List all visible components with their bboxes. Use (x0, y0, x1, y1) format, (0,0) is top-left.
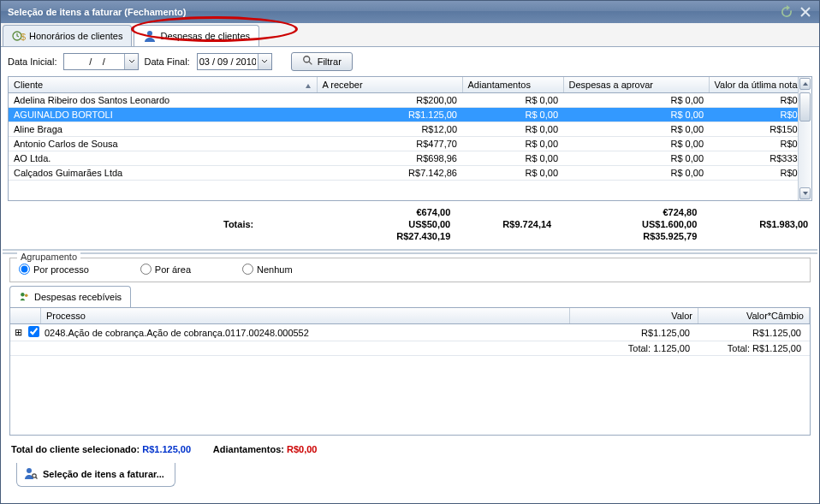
cell-adiantamentos: R$ 0,00 (462, 137, 563, 151)
cell-adiantamentos: R$ 0,00 (462, 122, 563, 137)
cell-despesas: R$ 0,00 (563, 137, 709, 151)
cell-a-receber: R$200,00 (317, 93, 462, 108)
cell-valor: R$333,00 (709, 151, 798, 166)
data-final-label: Data Final: (144, 56, 189, 67)
cell-adiantamentos: R$ 0,00 (462, 93, 563, 108)
scroll-down-icon[interactable] (799, 187, 811, 199)
chevron-down-icon[interactable] (124, 54, 138, 69)
cell-valor: R$0,00 (709, 93, 798, 108)
cell-a-receber: R$698,96 (317, 151, 462, 166)
sub-tabs: Despesas recebíveis (1, 286, 819, 307)
chevron-down-icon[interactable] (258, 54, 271, 69)
cell-valor: R$0,00 (709, 166, 798, 181)
subgrid-row[interactable]: ⊞ 0248.Ação de cobrança.Ação de cobrança… (10, 324, 810, 341)
col-valor-ultima-nota[interactable]: Valor da útlima nota (709, 77, 798, 93)
cell-a-receber: R$12,00 (317, 122, 462, 137)
svg-text:$: $ (21, 32, 26, 42)
cell-despesas: R$ 0,00 (563, 108, 709, 122)
subgrid-total-valor: Total: 1.125,00 (570, 343, 698, 353)
cell-cliente: AGUINALDO BORTOLI (9, 108, 317, 122)
cell-despesas: R$ 0,00 (563, 151, 709, 166)
total-cliente-value: R$1.125,00 (142, 444, 191, 454)
col-despesas-aprovar[interactable]: Despesas a aprovar (563, 77, 709, 93)
table-row[interactable]: AGUINALDO BORTOLI R$1.125,00 R$ 0,00 R$ … (9, 108, 798, 122)
close-icon[interactable] (799, 5, 812, 19)
cell-adiantamentos: R$ 0,00 (462, 108, 563, 122)
person-search-icon (24, 466, 38, 482)
col-a-receber[interactable]: A receber (317, 77, 462, 93)
agrupamento-legend: Agrupamento (17, 252, 80, 262)
subgrid-valor: R$1.125,00 (570, 328, 698, 338)
subgrid-total-cambio: Total: R$1.125,00 (698, 343, 810, 353)
cell-cliente: AO Ltda. (9, 151, 317, 166)
subcol-processo[interactable]: Processo (41, 308, 570, 323)
table-row[interactable]: Aline Braga R$12,00 R$ 0,00 R$ 0,00 R$15… (9, 122, 798, 137)
scroll-up-icon[interactable] (799, 78, 811, 90)
splitter[interactable] (3, 249, 817, 254)
subcol-valor-cambio[interactable]: Valor*Câmbio (698, 308, 810, 323)
scroll-thumb[interactable] (799, 92, 811, 122)
totals-rec-eur: €674,00 (305, 206, 450, 218)
col-cliente[interactable]: Cliente (9, 77, 317, 93)
radio-por-area[interactable]: Por área (140, 264, 191, 275)
cell-despesas: R$ 0,00 (563, 166, 709, 181)
cell-a-receber: R$477,70 (317, 137, 462, 151)
totals-valor: R$1.983,00 (697, 218, 808, 230)
cell-despesas: R$ 0,00 (563, 93, 709, 108)
data-inicial-field[interactable] (63, 53, 139, 70)
cell-cliente: Aline Braga (9, 122, 317, 137)
refresh-icon[interactable] (780, 5, 793, 19)
tab-despesas[interactable]: Despesas de clientes (134, 25, 259, 46)
subtab-label: Despesas recebíveis (34, 292, 122, 302)
cell-adiantamentos: R$ 0,00 (462, 151, 563, 166)
adiantamentos-value: R$0,00 (287, 444, 317, 454)
svg-point-4 (21, 293, 24, 296)
subgrid-total-row: Total: 1.125,00 Total: R$1.125,00 (10, 341, 810, 356)
clients-grid: Cliente A receber Adiantamentos Despesas… (8, 76, 812, 201)
window-title: Seleção de itens a faturar (Fechamento) (8, 7, 186, 17)
footer-summary: Total do cliente selecionado: R$1.125,00… (1, 436, 819, 463)
bottom-tabs: Seleção de itens a faturar... (1, 463, 819, 489)
radio-por-processo[interactable]: Por processo (19, 264, 89, 275)
cell-adiantamentos: R$ 0,00 (462, 166, 563, 181)
totals-adi: R$9.724,14 (450, 218, 551, 230)
table-row[interactable]: Adelina Ribeiro dos Santos Leonardo R$20… (9, 93, 798, 108)
subtab-despesas-recebiveis[interactable]: Despesas recebíveis (9, 286, 131, 307)
table-row[interactable]: Calçados Guimarães Ltda R$7.142,86 R$ 0,… (9, 166, 798, 181)
totals-desp-eur: €724,80 (551, 206, 697, 218)
col-adiantamentos[interactable]: Adiantamentos (462, 77, 563, 93)
grid-header-row: Cliente A receber Adiantamentos Despesas… (9, 77, 798, 93)
tab-honorarios[interactable]: $ Honorários de clientes (3, 25, 132, 46)
bottom-tab-selecao[interactable]: Seleção de itens a faturar... (16, 463, 175, 487)
magnifier-icon (302, 55, 314, 68)
sort-asc-icon (305, 81, 312, 92)
grid-scrollbar[interactable] (798, 77, 811, 200)
titlebar: Seleção de itens a faturar (Fechamento) (1, 1, 819, 23)
clock-money-icon: $ (12, 29, 26, 43)
table-row[interactable]: Antonio Carlos de Sousa R$477,70 R$ 0,00… (9, 137, 798, 151)
expand-icon[interactable]: ⊞ (10, 327, 26, 338)
cell-a-receber: R$1.125,00 (317, 108, 462, 122)
totals-rec-usd: US$50,00 (305, 218, 450, 230)
tab-despesas-label: Despesas de clientes (160, 31, 250, 41)
filter-button[interactable]: Filtrar (291, 52, 353, 71)
svg-point-5 (25, 294, 28, 297)
totals-desp-usd: US$1.600,00 (551, 218, 697, 230)
total-cliente-label: Total do cliente selecionado: (11, 444, 142, 454)
row-checkbox[interactable] (26, 326, 41, 339)
radio-nenhum[interactable]: Nenhum (242, 264, 293, 275)
filter-row: Data Inicial: Data Final: Filtrar (1, 47, 819, 76)
subgrid-processo: 0248.Ação de cobrança.Ação de cobrança.0… (41, 328, 570, 338)
tab-honorarios-label: Honorários de clientes (29, 31, 122, 41)
subgrid-valor-cambio: R$1.125,00 (698, 328, 810, 338)
agrupamento-group: Agrupamento Por processo Por área Nenhum (9, 258, 811, 282)
money-people-icon (19, 290, 31, 304)
data-inicial-input[interactable] (64, 56, 124, 67)
data-final-field[interactable] (197, 53, 272, 70)
data-final-input[interactable] (198, 56, 258, 67)
window: Seleção de itens a faturar (Fechamento) … (0, 0, 820, 504)
subcol-valor[interactable]: Valor (570, 308, 698, 323)
cell-cliente: Antonio Carlos de Sousa (9, 137, 317, 151)
table-row[interactable]: AO Ltda. R$698,96 R$ 0,00 R$ 0,00 R$333,… (9, 151, 798, 166)
person-blue-icon (143, 29, 157, 43)
